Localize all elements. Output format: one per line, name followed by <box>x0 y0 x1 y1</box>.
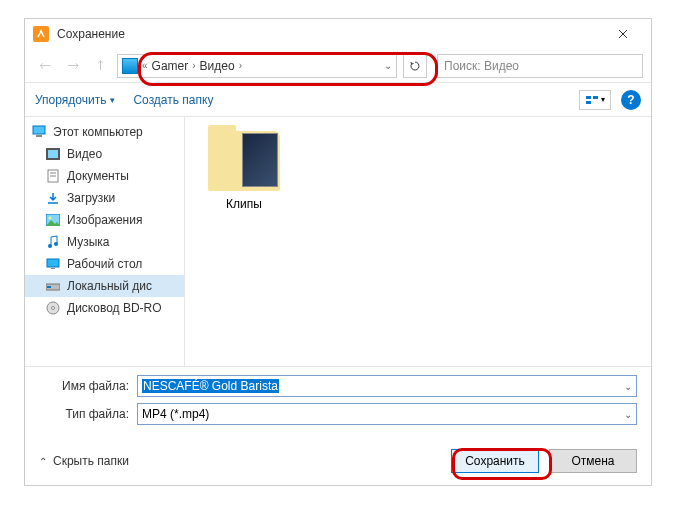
search-input[interactable]: Поиск: Видео <box>437 54 643 78</box>
chevron-up-icon: ⌃ <box>39 456 47 467</box>
location-icon <box>122 58 138 74</box>
folder-label: Клипы <box>199 197 289 211</box>
chevron-right-icon: › <box>239 60 242 71</box>
disk-icon <box>45 278 61 294</box>
nav-row: 🡐 🡒 🡑 « Gamer › Видео › ⌄ Поиск: Видео <box>25 49 651 83</box>
toolbar: Упорядочить ▾ Создать папку ▾ ? <box>25 83 651 117</box>
search-placeholder: Поиск: Видео <box>444 59 519 73</box>
chevron-down-icon: ▾ <box>110 95 115 105</box>
content-area: Этот компьютер Видео Документы Загрузки … <box>25 117 651 367</box>
cancel-button[interactable]: Отмена <box>549 449 637 473</box>
svg-rect-0 <box>586 96 591 99</box>
filetype-label: Тип файла: <box>39 407 129 421</box>
svg-rect-2 <box>593 96 598 99</box>
svg-rect-16 <box>51 268 55 269</box>
hide-folders-toggle[interactable]: ⌃ Скрыть папки <box>39 454 129 468</box>
documents-icon <box>45 168 61 184</box>
up-button[interactable]: 🡑 <box>89 54 113 78</box>
view-options-button[interactable]: ▾ <box>579 90 611 110</box>
breadcrumb-prefix: « <box>142 60 148 71</box>
organize-menu[interactable]: Упорядочить ▾ <box>35 93 115 107</box>
svg-rect-4 <box>36 135 42 137</box>
folder-tree[interactable]: Этот компьютер Видео Документы Загрузки … <box>25 117 185 366</box>
chevron-down-icon[interactable]: ⌄ <box>624 381 632 392</box>
video-icon <box>45 146 61 162</box>
breadcrumb[interactable]: « Gamer › Видео › ⌄ <box>117 54 397 78</box>
svg-point-12 <box>49 217 52 220</box>
save-dialog: Сохранение 🡐 🡒 🡑 « Gamer › Видео › ⌄ Пои… <box>24 18 652 486</box>
fields-area: Имя файла: NESCAFÉ® Gold Barista ⌄ Тип ф… <box>25 367 651 441</box>
tree-this-pc[interactable]: Этот компьютер <box>25 121 184 143</box>
tree-item-documents[interactable]: Документы <box>25 165 184 187</box>
breadcrumb-current[interactable]: Видео <box>200 59 235 73</box>
breadcrumb-parent[interactable]: Gamer <box>152 59 189 73</box>
filename-input[interactable]: NESCAFÉ® Gold Barista ⌄ <box>137 375 637 397</box>
tree-item-images[interactable]: Изображения <box>25 209 184 231</box>
desktop-icon <box>45 256 61 272</box>
svg-rect-18 <box>47 286 51 288</box>
disc-icon <box>45 300 61 316</box>
svg-point-14 <box>54 242 58 246</box>
tree-item-video[interactable]: Видео <box>25 143 184 165</box>
chevron-down-icon[interactable]: ⌄ <box>624 409 632 420</box>
filename-label: Имя файла: <box>39 379 129 393</box>
close-button[interactable] <box>603 19 643 49</box>
back-button[interactable]: 🡐 <box>33 54 57 78</box>
folder-view[interactable]: Клипы <box>185 117 651 366</box>
app-icon <box>33 26 49 42</box>
tree-item-music[interactable]: Музыка <box>25 231 184 253</box>
tree-item-desktop[interactable]: Рабочий стол <box>25 253 184 275</box>
svg-point-20 <box>52 307 55 310</box>
save-button[interactable]: Сохранить <box>451 449 539 473</box>
music-icon <box>45 234 61 250</box>
tree-item-local-disk[interactable]: Локальный дис <box>25 275 184 297</box>
images-icon <box>45 212 61 228</box>
folder-icon <box>208 131 280 191</box>
svg-rect-1 <box>586 101 591 104</box>
refresh-button[interactable] <box>403 54 427 78</box>
dialog-title: Сохранение <box>57 27 603 41</box>
folder-item[interactable]: Клипы <box>199 131 289 211</box>
svg-rect-15 <box>47 259 59 267</box>
svg-rect-3 <box>33 126 45 134</box>
svg-rect-6 <box>48 150 58 158</box>
pc-icon <box>31 124 47 140</box>
help-button[interactable]: ? <box>621 90 641 110</box>
new-folder-button[interactable]: Создать папку <box>133 93 213 107</box>
titlebar: Сохранение <box>25 19 651 49</box>
chevron-right-icon: › <box>192 60 195 71</box>
downloads-icon <box>45 190 61 206</box>
footer: ⌃ Скрыть папки Сохранить Отмена <box>25 441 651 485</box>
chevron-down-icon[interactable]: ⌄ <box>384 60 392 71</box>
svg-point-13 <box>48 244 52 248</box>
forward-button[interactable]: 🡒 <box>61 54 85 78</box>
tree-item-downloads[interactable]: Загрузки <box>25 187 184 209</box>
filetype-select[interactable]: MP4 (*.mp4) ⌄ <box>137 403 637 425</box>
tree-item-bd-drive[interactable]: Дисковод BD-RO <box>25 297 184 319</box>
